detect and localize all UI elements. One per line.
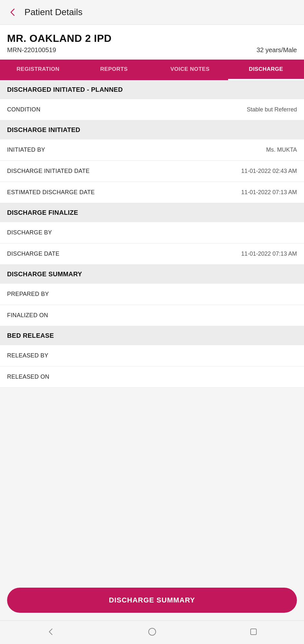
label-finalized-on: FINALIZED ON	[7, 312, 48, 319]
back-button[interactable]	[6, 6, 19, 19]
svg-point-0	[149, 628, 156, 635]
value-discharge-initiated-date: 11-01-2022 02:43 AM	[241, 168, 297, 175]
header: Patient Details	[0, 0, 304, 25]
tab-reports[interactable]: REPORTS	[76, 60, 152, 80]
label-released-by: RELEASED BY	[7, 352, 48, 359]
section-header-text: DISCHARGED INITIATED - PLANNED	[7, 86, 123, 93]
row-discharge-initiated-date: DISCHARGE INITIATED DATE 11-01-2022 02:4…	[0, 161, 304, 182]
patient-age-gender: 32 years/Male	[256, 46, 297, 54]
section-discharge-summary: DISCHARGE SUMMARY	[0, 265, 304, 284]
section-header-text-3: DISCHARGE FINALIZE	[7, 209, 78, 216]
discharge-summary-button[interactable]: DISCHARGE SUMMARY	[7, 588, 297, 613]
section-header-text-5: BED RELEASE	[7, 332, 54, 339]
row-discharge-date: DISCHARGE DATE 11-01-2022 07:13 AM	[0, 243, 304, 265]
section-discharge-finalize: DISCHARGE FINALIZE	[0, 203, 304, 222]
nav-home-button[interactable]	[146, 626, 158, 638]
svg-rect-1	[251, 629, 256, 635]
row-condition: CONDITION Stable but Referred	[0, 99, 304, 120]
patient-meta: MRN-220100519 32 years/Male	[7, 46, 297, 54]
row-prepared-by: PREPARED BY	[0, 284, 304, 305]
tab-discharge[interactable]: DISCHARGE	[228, 60, 304, 80]
tab-registration[interactable]: REGISTRATION	[0, 60, 76, 80]
nav-back-icon	[46, 627, 55, 636]
label-released-on: RELEASED ON	[7, 374, 49, 380]
label-prepared-by: PREPARED BY	[7, 291, 49, 298]
label-discharge-initiated-date: DISCHARGE INITIATED DATE	[7, 168, 90, 175]
row-released-on: RELEASED ON	[0, 366, 304, 388]
tab-bar: REGISTRATION REPORTS VOICE NOTES DISCHAR…	[0, 60, 304, 80]
section-discharged-initiated-planned: DISCHARGED INITIATED - PLANNED	[0, 80, 304, 99]
discharge-content: DISCHARGED INITIATED - PLANNED CONDITION…	[0, 80, 304, 578]
patient-mrn: MRN-220100519	[7, 46, 56, 54]
tab-voice-notes[interactable]: VOICE NOTES	[152, 60, 228, 80]
action-area: DISCHARGE SUMMARY	[0, 578, 304, 620]
label-estimated-discharge-date: ESTIMATED DISCHARGE DATE	[7, 189, 95, 196]
back-arrow-icon	[8, 8, 17, 17]
row-finalized-on: FINALIZED ON	[0, 305, 304, 326]
page-title: Patient Details	[24, 7, 83, 17]
section-bed-release: BED RELEASE	[0, 326, 304, 345]
value-discharge-date: 11-01-2022 07:13 AM	[241, 251, 297, 257]
section-header-text-2: DISCHARGE INITIATED	[7, 126, 80, 133]
value-condition: Stable but Referred	[247, 106, 297, 113]
section-discharge-initiated: DISCHARGE INITIATED	[0, 120, 304, 139]
row-initiated-by: INITIATED BY Ms. MUKTA	[0, 139, 304, 161]
patient-name: MR. OAKLAND 2 IPD	[7, 33, 297, 44]
patient-info-section: MR. OAKLAND 2 IPD MRN-220100519 32 years…	[0, 25, 304, 60]
value-initiated-by: Ms. MUKTA	[266, 147, 297, 153]
nav-back-button[interactable]	[45, 626, 57, 638]
row-estimated-discharge-date: ESTIMATED DISCHARGE DATE 11-01-2022 07:1…	[0, 182, 304, 203]
nav-recents-icon	[249, 627, 258, 636]
nav-home-icon	[148, 627, 157, 636]
label-discharge-by: DISCHARGE BY	[7, 229, 52, 236]
row-released-by: RELEASED BY	[0, 345, 304, 366]
label-condition: CONDITION	[7, 106, 41, 113]
nav-recents-button[interactable]	[248, 626, 259, 638]
android-nav-bar	[0, 620, 304, 644]
value-estimated-discharge-date: 11-01-2022 07:13 AM	[241, 189, 297, 196]
label-discharge-date: DISCHARGE DATE	[7, 251, 60, 257]
label-initiated-by: INITIATED BY	[7, 147, 45, 153]
section-header-text-4: DISCHARGE SUMMARY	[7, 270, 82, 278]
row-discharge-by: DISCHARGE BY	[0, 222, 304, 243]
